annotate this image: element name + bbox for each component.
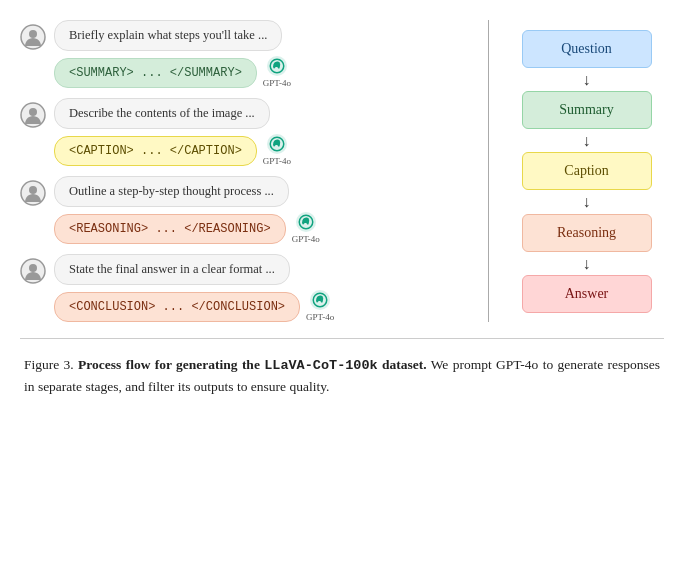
flow-arrow-3: ↓ — [583, 192, 591, 211]
user-icon-4 — [20, 258, 46, 284]
user-icon-3 — [20, 180, 46, 206]
openai-icon-2 — [266, 133, 288, 155]
chat-turn-2: Describe the contents of the image ... <… — [20, 98, 468, 166]
flow-box-answer: Answer — [522, 275, 652, 313]
openai-icon-3 — [295, 211, 317, 233]
figure-caption: Figure 3. Process flow for generating th… — [20, 355, 664, 398]
response-bubble-2: <CAPTION> ... </CAPTION> — [54, 136, 257, 166]
user-bubble-4: State the final answer in a clear format… — [54, 254, 290, 285]
gpt-badge-3: GPT-4o — [292, 211, 320, 244]
flow-box-caption: Caption — [522, 152, 652, 190]
user-bubble-1: Briefly explain what steps you'll take .… — [54, 20, 282, 51]
openai-icon-1 — [266, 55, 288, 77]
caption-bold2: dataset. — [382, 357, 427, 372]
caption-bold: Process flow for generating the — [78, 357, 264, 372]
gpt-badge-4: GPT-4o — [306, 289, 334, 322]
chat-turn-3: Outline a step-by-step thought process .… — [20, 176, 468, 244]
response-bubble-4: <CONCLUSION> ... </CONCLUSION> — [54, 292, 300, 322]
flow-box-question: Question — [522, 30, 652, 68]
figure-number: Figure 3. — [24, 357, 74, 372]
svg-point-1 — [29, 30, 37, 38]
response-bubble-3: <REASONING> ... </REASONING> — [54, 214, 286, 244]
response-row-1: <SUMMARY> ... </SUMMARY> GPT-4o — [54, 55, 468, 88]
caption-code: LLaVA-CoT-100k — [264, 358, 377, 373]
flow-box-summary: Summary — [522, 91, 652, 129]
flowchart-section: Question ↓ Summary ↓ Caption ↓ Reasoning… — [489, 20, 664, 322]
gpt-label-3: GPT-4o — [292, 234, 320, 244]
gpt-label-1: GPT-4o — [263, 78, 291, 88]
openai-icon-4 — [309, 289, 331, 311]
chat-turn-1: Briefly explain what steps you'll take .… — [20, 20, 468, 88]
chat-section: Briefly explain what steps you'll take .… — [20, 20, 489, 322]
response-row-2: <CAPTION> ... </CAPTION> GPT-4o — [54, 133, 468, 166]
response-bubble-1: <SUMMARY> ... </SUMMARY> — [54, 58, 257, 88]
chat-turn-4: State the final answer in a clear format… — [20, 254, 468, 322]
user-bubble-3: Outline a step-by-step thought process .… — [54, 176, 289, 207]
user-icon-1 — [20, 24, 46, 50]
flow-arrow-4: ↓ — [583, 254, 591, 273]
gpt-badge-1: GPT-4o — [263, 55, 291, 88]
user-icon-2 — [20, 102, 46, 128]
svg-point-7 — [29, 186, 37, 194]
svg-point-10 — [29, 264, 37, 272]
flow-box-reasoning: Reasoning — [522, 214, 652, 252]
gpt-badge-2: GPT-4o — [263, 133, 291, 166]
user-bubble-2: Describe the contents of the image ... — [54, 98, 270, 129]
figure-3: Briefly explain what steps you'll take .… — [20, 20, 664, 398]
gpt-label-2: GPT-4o — [263, 156, 291, 166]
diagram-area: Briefly explain what steps you'll take .… — [20, 20, 664, 339]
gpt-label-4: GPT-4o — [306, 312, 334, 322]
response-row-4: <CONCLUSION> ... </CONCLUSION> GPT-4o — [54, 289, 468, 322]
svg-point-4 — [29, 108, 37, 116]
flow-arrow-2: ↓ — [583, 131, 591, 150]
response-row-3: <REASONING> ... </REASONING> GPT-4o — [54, 211, 468, 244]
flow-arrow-1: ↓ — [583, 70, 591, 89]
